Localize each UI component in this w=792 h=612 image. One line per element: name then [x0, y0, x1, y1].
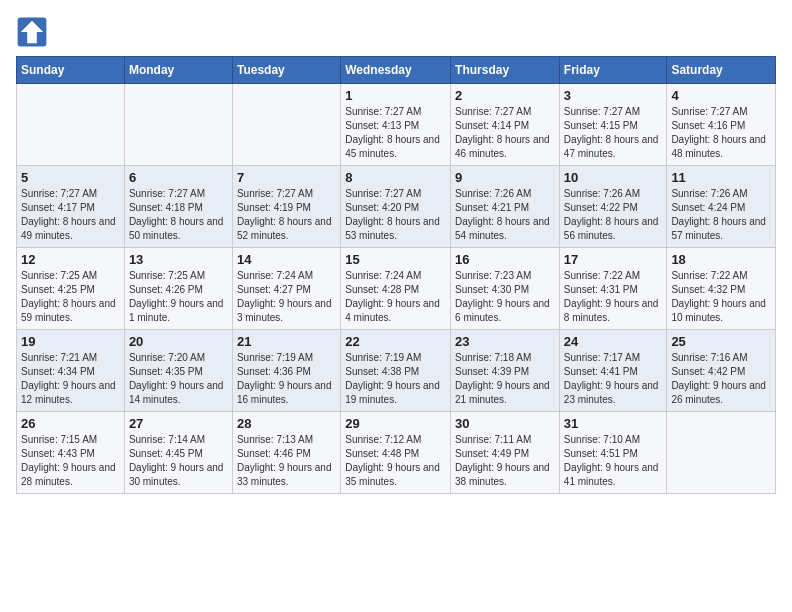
day-cell [124, 84, 232, 166]
day-info: Sunrise: 7:25 AMSunset: 4:25 PMDaylight:… [21, 269, 120, 325]
day-cell: 15Sunrise: 7:24 AMSunset: 4:28 PMDayligh… [341, 248, 451, 330]
day-cell [17, 84, 125, 166]
day-number: 3 [564, 88, 663, 103]
day-info: Sunrise: 7:27 AMSunset: 4:13 PMDaylight:… [345, 105, 446, 161]
day-cell: 17Sunrise: 7:22 AMSunset: 4:31 PMDayligh… [559, 248, 667, 330]
day-number: 4 [671, 88, 771, 103]
day-header-wednesday: Wednesday [341, 57, 451, 84]
day-number: 23 [455, 334, 555, 349]
day-info: Sunrise: 7:14 AMSunset: 4:45 PMDaylight:… [129, 433, 228, 489]
day-cell: 11Sunrise: 7:26 AMSunset: 4:24 PMDayligh… [667, 166, 776, 248]
day-info: Sunrise: 7:26 AMSunset: 4:22 PMDaylight:… [564, 187, 663, 243]
day-number: 22 [345, 334, 446, 349]
day-header-saturday: Saturday [667, 57, 776, 84]
day-number: 9 [455, 170, 555, 185]
day-cell: 2Sunrise: 7:27 AMSunset: 4:14 PMDaylight… [451, 84, 560, 166]
day-header-monday: Monday [124, 57, 232, 84]
day-cell: 14Sunrise: 7:24 AMSunset: 4:27 PMDayligh… [232, 248, 340, 330]
day-info: Sunrise: 7:27 AMSunset: 4:20 PMDaylight:… [345, 187, 446, 243]
day-cell: 10Sunrise: 7:26 AMSunset: 4:22 PMDayligh… [559, 166, 667, 248]
day-info: Sunrise: 7:24 AMSunset: 4:28 PMDaylight:… [345, 269, 446, 325]
day-info: Sunrise: 7:17 AMSunset: 4:41 PMDaylight:… [564, 351, 663, 407]
day-cell: 4Sunrise: 7:27 AMSunset: 4:16 PMDaylight… [667, 84, 776, 166]
day-info: Sunrise: 7:27 AMSunset: 4:16 PMDaylight:… [671, 105, 771, 161]
day-info: Sunrise: 7:10 AMSunset: 4:51 PMDaylight:… [564, 433, 663, 489]
day-cell: 12Sunrise: 7:25 AMSunset: 4:25 PMDayligh… [17, 248, 125, 330]
day-info: Sunrise: 7:27 AMSunset: 4:19 PMDaylight:… [237, 187, 336, 243]
week-row-1: 1Sunrise: 7:27 AMSunset: 4:13 PMDaylight… [17, 84, 776, 166]
page-header [16, 16, 776, 48]
day-number: 28 [237, 416, 336, 431]
day-number: 1 [345, 88, 446, 103]
day-info: Sunrise: 7:27 AMSunset: 4:18 PMDaylight:… [129, 187, 228, 243]
day-info: Sunrise: 7:13 AMSunset: 4:46 PMDaylight:… [237, 433, 336, 489]
day-number: 10 [564, 170, 663, 185]
logo [16, 16, 52, 48]
day-header-sunday: Sunday [17, 57, 125, 84]
day-number: 6 [129, 170, 228, 185]
day-cell: 27Sunrise: 7:14 AMSunset: 4:45 PMDayligh… [124, 412, 232, 494]
week-row-2: 5Sunrise: 7:27 AMSunset: 4:17 PMDaylight… [17, 166, 776, 248]
day-cell: 28Sunrise: 7:13 AMSunset: 4:46 PMDayligh… [232, 412, 340, 494]
day-info: Sunrise: 7:12 AMSunset: 4:48 PMDaylight:… [345, 433, 446, 489]
day-cell: 31Sunrise: 7:10 AMSunset: 4:51 PMDayligh… [559, 412, 667, 494]
day-info: Sunrise: 7:21 AMSunset: 4:34 PMDaylight:… [21, 351, 120, 407]
day-number: 21 [237, 334, 336, 349]
logo-icon [16, 16, 48, 48]
day-info: Sunrise: 7:15 AMSunset: 4:43 PMDaylight:… [21, 433, 120, 489]
day-info: Sunrise: 7:18 AMSunset: 4:39 PMDaylight:… [455, 351, 555, 407]
day-number: 12 [21, 252, 120, 267]
day-cell: 23Sunrise: 7:18 AMSunset: 4:39 PMDayligh… [451, 330, 560, 412]
day-cell: 22Sunrise: 7:19 AMSunset: 4:38 PMDayligh… [341, 330, 451, 412]
day-info: Sunrise: 7:26 AMSunset: 4:24 PMDaylight:… [671, 187, 771, 243]
day-cell: 5Sunrise: 7:27 AMSunset: 4:17 PMDaylight… [17, 166, 125, 248]
calendar-table: SundayMondayTuesdayWednesdayThursdayFrid… [16, 56, 776, 494]
day-info: Sunrise: 7:20 AMSunset: 4:35 PMDaylight:… [129, 351, 228, 407]
day-cell: 25Sunrise: 7:16 AMSunset: 4:42 PMDayligh… [667, 330, 776, 412]
day-cell [232, 84, 340, 166]
day-number: 20 [129, 334, 228, 349]
day-cell: 6Sunrise: 7:27 AMSunset: 4:18 PMDaylight… [124, 166, 232, 248]
day-info: Sunrise: 7:16 AMSunset: 4:42 PMDaylight:… [671, 351, 771, 407]
day-cell: 8Sunrise: 7:27 AMSunset: 4:20 PMDaylight… [341, 166, 451, 248]
day-header-tuesday: Tuesday [232, 57, 340, 84]
day-number: 25 [671, 334, 771, 349]
day-number: 5 [21, 170, 120, 185]
day-number: 8 [345, 170, 446, 185]
week-row-3: 12Sunrise: 7:25 AMSunset: 4:25 PMDayligh… [17, 248, 776, 330]
day-number: 19 [21, 334, 120, 349]
day-header-friday: Friday [559, 57, 667, 84]
week-row-5: 26Sunrise: 7:15 AMSunset: 4:43 PMDayligh… [17, 412, 776, 494]
day-cell: 13Sunrise: 7:25 AMSunset: 4:26 PMDayligh… [124, 248, 232, 330]
day-number: 26 [21, 416, 120, 431]
day-cell: 18Sunrise: 7:22 AMSunset: 4:32 PMDayligh… [667, 248, 776, 330]
day-info: Sunrise: 7:27 AMSunset: 4:15 PMDaylight:… [564, 105, 663, 161]
day-info: Sunrise: 7:19 AMSunset: 4:36 PMDaylight:… [237, 351, 336, 407]
day-info: Sunrise: 7:19 AMSunset: 4:38 PMDaylight:… [345, 351, 446, 407]
day-number: 2 [455, 88, 555, 103]
day-number: 17 [564, 252, 663, 267]
day-info: Sunrise: 7:22 AMSunset: 4:31 PMDaylight:… [564, 269, 663, 325]
day-info: Sunrise: 7:27 AMSunset: 4:14 PMDaylight:… [455, 105, 555, 161]
day-cell: 30Sunrise: 7:11 AMSunset: 4:49 PMDayligh… [451, 412, 560, 494]
day-info: Sunrise: 7:25 AMSunset: 4:26 PMDaylight:… [129, 269, 228, 325]
day-number: 29 [345, 416, 446, 431]
day-cell: 29Sunrise: 7:12 AMSunset: 4:48 PMDayligh… [341, 412, 451, 494]
day-header-thursday: Thursday [451, 57, 560, 84]
day-cell: 20Sunrise: 7:20 AMSunset: 4:35 PMDayligh… [124, 330, 232, 412]
day-cell: 19Sunrise: 7:21 AMSunset: 4:34 PMDayligh… [17, 330, 125, 412]
day-info: Sunrise: 7:23 AMSunset: 4:30 PMDaylight:… [455, 269, 555, 325]
day-number: 30 [455, 416, 555, 431]
day-number: 31 [564, 416, 663, 431]
day-number: 13 [129, 252, 228, 267]
day-info: Sunrise: 7:27 AMSunset: 4:17 PMDaylight:… [21, 187, 120, 243]
day-cell: 7Sunrise: 7:27 AMSunset: 4:19 PMDaylight… [232, 166, 340, 248]
day-number: 15 [345, 252, 446, 267]
day-cell: 9Sunrise: 7:26 AMSunset: 4:21 PMDaylight… [451, 166, 560, 248]
day-number: 11 [671, 170, 771, 185]
day-cell: 24Sunrise: 7:17 AMSunset: 4:41 PMDayligh… [559, 330, 667, 412]
day-cell: 21Sunrise: 7:19 AMSunset: 4:36 PMDayligh… [232, 330, 340, 412]
day-number: 14 [237, 252, 336, 267]
day-info: Sunrise: 7:26 AMSunset: 4:21 PMDaylight:… [455, 187, 555, 243]
day-cell: 26Sunrise: 7:15 AMSunset: 4:43 PMDayligh… [17, 412, 125, 494]
